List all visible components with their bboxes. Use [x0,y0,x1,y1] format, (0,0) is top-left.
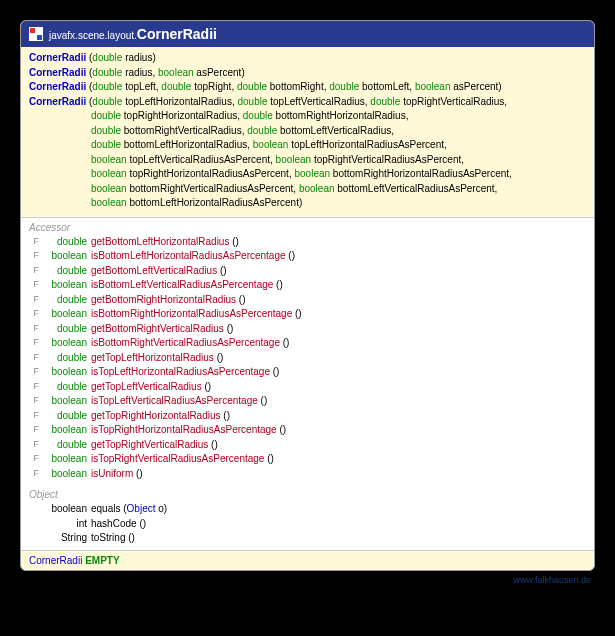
method-row: FdoublegetBottomLeftVerticalRadius () [29,264,586,279]
constructor-row: CornerRadii (double radius) [29,51,586,66]
method-row: booleanequals (Object o) [29,502,586,517]
method-row: FbooleanisBottomRightVerticalRadiusAsPer… [29,336,586,351]
package-name: javafx.scene.layout. [49,30,137,41]
method-row: FbooleanisTopLeftHorizontalRadiusAsPerce… [29,365,586,380]
constructor-row: CornerRadii (double topLeftHorizontalRad… [29,95,586,211]
object-method-list: booleanequals (Object o)inthashCode ()St… [21,502,594,548]
method-row: FbooleanisBottomLeftVerticalRadiusAsPerc… [29,278,586,293]
method-row: FbooleanisTopRightVerticalRadiusAsPercen… [29,452,586,467]
constant-type: CornerRadii [29,555,82,566]
method-row: FbooleanisUniform () [29,467,586,482]
constructor-row: CornerRadii (double radius, boolean asPe… [29,66,586,81]
method-row: FdoublegetBottomRightHorizontalRadius () [29,293,586,308]
method-row: FbooleanisBottomLeftHorizontalRadiusAsPe… [29,249,586,264]
header-text: javafx.scene.layout.CornerRadii [49,26,217,42]
method-row: inthashCode () [29,517,586,532]
constructor-row: CornerRadii (double topLeft, double topR… [29,80,586,95]
constant-name: EMPTY [85,555,119,566]
object-title: Object [21,487,594,502]
method-row: FbooleanisTopRightHorizontalRadiusAsPerc… [29,423,586,438]
method-row: FbooleanisTopLeftVerticalRadiusAsPercent… [29,394,586,409]
constants-section: CornerRadii EMPTY [21,550,594,570]
method-row: FbooleanisBottomRightHorizontalRadiusAsP… [29,307,586,322]
class-name: CornerRadii [137,26,217,42]
watermark: www.falkhausen.de [20,571,595,585]
method-row: FdoublegetTopLeftHorizontalRadius () [29,351,586,366]
method-row: FdoublegetBottomLeftHorizontalRadius () [29,235,586,250]
accessor-section: Accessor FdoublegetBottomLeftHorizontalR… [21,218,594,486]
method-row: FdoublegetTopRightVerticalRadius () [29,438,586,453]
method-row: FdoublegetTopLeftVerticalRadius () [29,380,586,395]
method-row: FdoublegetBottomRightVerticalRadius () [29,322,586,337]
header-bar: javafx.scene.layout.CornerRadii [21,21,594,47]
class-icon [29,27,43,41]
accessor-title: Accessor [21,220,594,235]
accessor-list: FdoublegetBottomLeftHorizontalRadius ()F… [21,235,594,484]
method-row: StringtoString () [29,531,586,546]
method-row: FdoublegetTopRightHorizontalRadius () [29,409,586,424]
constructors-section: CornerRadii (double radius)CornerRadii (… [21,47,594,218]
object-section: Object booleanequals (Object o)inthashCo… [21,485,594,550]
api-card: javafx.scene.layout.CornerRadii CornerRa… [20,20,595,571]
